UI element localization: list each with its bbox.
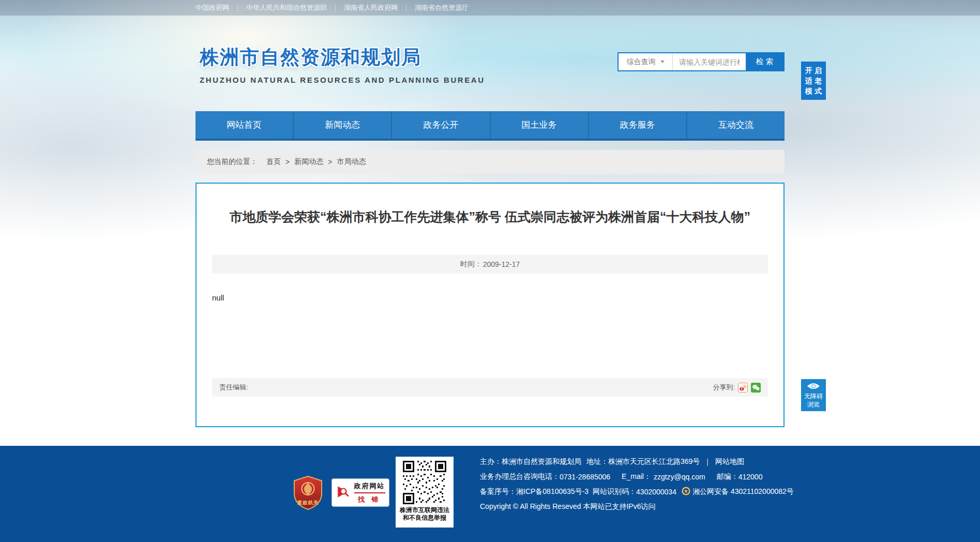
topbar-divider <box>237 5 238 11</box>
time-value: 2009-12-17 <box>483 260 520 268</box>
postcode-value: 412000 <box>738 473 763 481</box>
qr-caption: 株洲市互联网违法 和不良信息举报 <box>400 506 449 522</box>
address-label: 地址： <box>586 457 608 466</box>
breadcrumb: 您当前的位置： 首页 > 新闻动态 > 市局动态 <box>195 150 785 174</box>
site-code-label: 网站识别码： <box>593 487 636 496</box>
site-title: 株洲市自然资源和规划局 <box>200 44 485 70</box>
elder-mode-button[interactable]: 开 启 适 老 模 式 <box>801 62 826 100</box>
host-label: 主办： <box>480 457 502 466</box>
weibo-share-icon[interactable] <box>738 383 748 393</box>
qr-caption-line1: 株洲市互联网违法 <box>400 506 449 514</box>
search-category-select[interactable]: 综合查询 <box>619 53 673 70</box>
wechat-share-icon[interactable] <box>751 383 761 393</box>
footer-line-copyright: Copyright © All Rights Reseved 本网站已支持IPv… <box>480 499 794 514</box>
breadcrumb-label: 您当前的位置： <box>207 157 258 167</box>
editor-bar: 责任编辑: 分享到: <box>212 378 768 397</box>
article-card: 市地质学会荣获“株洲市科协工作先进集体”称号 伍式崇同志被评为株洲首届“十大科技… <box>195 183 785 427</box>
chevron-down-icon <box>660 61 665 63</box>
breadcrumb-separator: > <box>285 158 290 166</box>
site-code-value: 4302000034 <box>636 488 676 496</box>
editor-label: 责任编辑: <box>219 383 248 392</box>
icp-link[interactable]: 湘ICP备08100635号-3 <box>516 487 589 496</box>
nav-item-gov-open[interactable]: 政务公开 <box>392 111 490 139</box>
topbar-link-hunan-nr[interactable]: 湖南省自然资源厅 <box>415 3 469 12</box>
share-block: 分享到: <box>713 383 761 393</box>
elder-mode-line: 适 老 <box>805 76 822 86</box>
breadcrumb-separator: > <box>328 158 332 166</box>
breadcrumb-home[interactable]: 首页 <box>266 157 281 167</box>
footer-line-contact: 业务办理总台咨询电话： 0731-28685006 E_mail： zzgtzy… <box>480 469 794 484</box>
footer-line-icp: 备案序号： 湘ICP备08100635号-3 网站识别码： 4302000034… <box>480 484 794 499</box>
copyright-text: Copyright © All Rights Reseved 本网站已支持IPv… <box>480 502 655 511</box>
topbar-divider <box>335 5 336 11</box>
magnifier-flag-icon <box>336 485 351 501</box>
nav-item-land-business[interactable]: 国土业务 <box>491 111 589 139</box>
article-time-bar: 时间： 2009-12-17 <box>212 255 768 274</box>
police-record-link[interactable]: 湘公网安备 43021102000082号 <box>682 487 794 497</box>
sitemap-link[interactable]: 网站地图 <box>715 457 744 466</box>
site-logo: 株洲市自然资源和规划局 ZHUZHOU NATURAL RESOURCES AN… <box>200 44 485 84</box>
footer: 党政机关 政府网站 找 错 <box>0 446 980 542</box>
time-label: 时间： <box>460 260 482 269</box>
nav-item-news[interactable]: 新闻动态 <box>294 111 392 139</box>
article-body: null <box>212 293 224 302</box>
page: 中国政府网 中华人民共和国自然资源部 湖南省人民政府网 湖南省自然资源厅 株洲市… <box>0 0 980 542</box>
error-badge-text: 政府网站 找 错 <box>354 481 385 504</box>
site-subtitle: ZHUZHOU NATURAL RESOURCES AND PLANNING B… <box>200 76 485 84</box>
address-value: 株洲市天元区长江北路369号 <box>608 457 700 466</box>
qr-code-image <box>401 459 448 506</box>
accessibility-button[interactable]: 无障碍 浏览 <box>801 379 826 411</box>
party-gov-badge[interactable]: 党政机关 <box>293 476 323 510</box>
email-label: E_mail： <box>622 472 651 481</box>
elder-mode-line: 开 启 <box>805 65 822 76</box>
svg-text:党政机关: 党政机关 <box>297 500 319 505</box>
breadcrumb-news[interactable]: 新闻动态 <box>294 157 323 167</box>
search-box: 综合查询 检 索 <box>617 52 785 71</box>
police-badge-icon <box>682 487 690 497</box>
search-button[interactable]: 检 索 <box>746 53 783 70</box>
host-value: 株洲市自然资源和规划局 <box>502 457 581 466</box>
nav-item-interaction[interactable]: 互动交流 <box>687 111 785 139</box>
phone-label: 业务办理总台咨询电话： <box>480 472 560 481</box>
accessibility-label-line: 浏览 <box>807 401 820 409</box>
accessibility-label-line: 无障碍 <box>804 393 823 400</box>
footer-line-host: 主办： 株洲市自然资源和规划局 地址： 株洲市天元区长江北路369号 ｜ 网站地… <box>480 454 794 469</box>
top-link-bar: 中国政府网 中华人民共和国自然资源部 湖南省人民政府网 湖南省自然资源厅 <box>0 0 980 16</box>
share-label: 分享到: <box>713 383 735 392</box>
nav-item-home[interactable]: 网站首页 <box>195 111 294 139</box>
topbar-divider <box>406 5 406 11</box>
postcode-label: 邮编： <box>717 472 738 481</box>
website-error-report-badge[interactable]: 政府网站 找 错 <box>331 478 389 507</box>
error-badge-line1: 政府网站 <box>354 481 385 493</box>
footer-divider: ｜ <box>704 457 711 466</box>
qr-caption-line2: 和不良信息举报 <box>403 514 446 521</box>
topbar-link-gov-cn[interactable]: 中国政府网 <box>195 3 229 12</box>
elder-mode-line: 模 式 <box>805 86 822 96</box>
error-badge-line2: 找 错 <box>358 495 381 504</box>
icp-label: 备案序号： <box>480 487 516 496</box>
nav-item-gov-service[interactable]: 政务服务 <box>589 111 687 139</box>
article-title: 市地质学会荣获“株洲市科协工作先进集体”称号 伍式崇同志被评为株洲首届“十大科技… <box>222 207 758 227</box>
phone-value: 0731-28685006 <box>560 473 610 481</box>
footer-text-block: 主办： 株洲市自然资源和规划局 地址： 株洲市天元区长江北路369号 ｜ 网站地… <box>480 454 794 514</box>
search-input[interactable] <box>673 53 746 70</box>
topbar-link-mnr[interactable]: 中华人民共和国自然资源部 <box>246 3 327 12</box>
search-category-value: 综合查询 <box>627 57 656 67</box>
police-record-text: 湘公网安备 43021102000082号 <box>692 487 794 496</box>
main-nav: 网站首页 新闻动态 政务公开 国土业务 政务服务 互动交流 <box>195 111 785 141</box>
topbar-link-hunan-gov[interactable]: 湖南省人民政府网 <box>344 3 398 12</box>
report-qr-code: 株洲市互联网违法 和不良信息举报 <box>396 457 454 528</box>
breadcrumb-bureau-news[interactable]: 市局动态 <box>337 157 366 167</box>
eye-icon <box>806 382 821 392</box>
email-value: zzgtzy@qq.com <box>654 473 705 481</box>
